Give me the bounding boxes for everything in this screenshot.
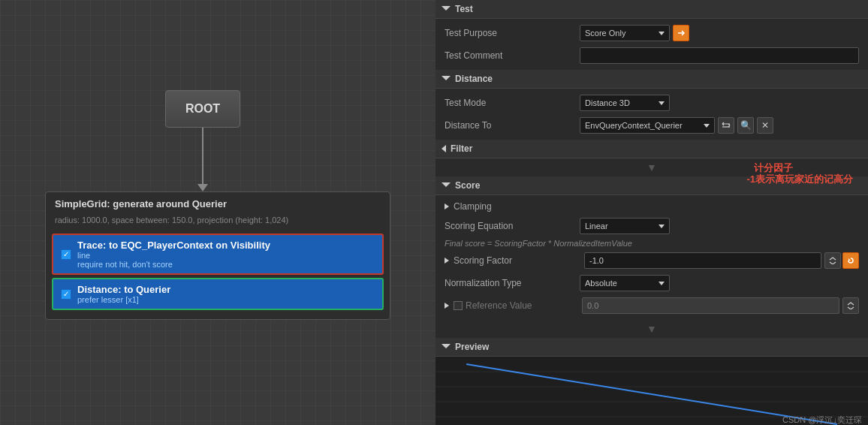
root-node[interactable]: ROOT bbox=[165, 90, 240, 128]
preview-section-label: Preview bbox=[455, 342, 489, 352]
root-label: ROOT bbox=[185, 102, 220, 116]
trace-title: Trace: to EQC_PlayerContext on Visibilit… bbox=[77, 240, 270, 251]
scoring-equation-dropdown-value: Linear bbox=[585, 222, 608, 231]
scoring-factor-expand-btn[interactable] bbox=[824, 252, 841, 269]
test-comment-input[interactable] bbox=[580, 47, 859, 64]
test-purpose-icon-btn[interactable] bbox=[673, 25, 689, 41]
normalization-type-dropdown-value: Absolute bbox=[585, 279, 617, 288]
distance-section-header[interactable]: Distance bbox=[436, 70, 868, 89]
clamping-row: Clamping bbox=[436, 198, 868, 215]
formula-text: Final score = ScoringFactor * Normalized… bbox=[436, 237, 868, 249]
right-panel: Test Test Purpose Score Only bbox=[436, 0, 868, 425]
distance-to-arrow-btn[interactable] bbox=[718, 117, 734, 134]
watermark: CSDN @浮沉↓奕迁琛 bbox=[782, 414, 862, 425]
node-subtitle: radius: 1000.0, space between: 150.0, pr… bbox=[46, 216, 390, 231]
distance-to-label: Distance To bbox=[445, 120, 580, 131]
reference-value-expand-btn[interactable] bbox=[842, 297, 859, 314]
test-mode-dropdown-value: Distance 3D bbox=[585, 98, 630, 107]
expand-ref-icon bbox=[847, 302, 854, 309]
scoring-equation-dropdown[interactable]: Linear bbox=[580, 218, 670, 234]
distance-to-row: Distance To EnvQueryContext_Querier 🔍 ✕ bbox=[436, 114, 868, 137]
test-comment-row: Test Comment bbox=[436, 44, 868, 67]
trace-sub2-text: require not hit, don't score bbox=[77, 260, 173, 269]
test-purpose-dropdown-value: Score Only bbox=[585, 29, 625, 38]
scoring-factor-row: Scoring Factor // Set value after DOM re… bbox=[436, 249, 868, 272]
connector-line bbox=[202, 128, 203, 188]
test-section-content: Test Purpose Score Only bbox=[436, 19, 868, 70]
distance-sub: prefer lesser [x1] bbox=[77, 295, 170, 304]
filter-section-label: Filter bbox=[451, 143, 472, 154]
reset-icon bbox=[847, 257, 854, 264]
distance-content: Distance: to Querier prefer lesser [x1] bbox=[77, 284, 170, 304]
expand-icon bbox=[829, 257, 836, 264]
filter-section-header[interactable]: Filter bbox=[436, 140, 868, 158]
scoring-equation-label: Scoring Equation bbox=[445, 221, 580, 231]
test-comment-label: Test Comment bbox=[445, 50, 580, 61]
simplegrid-header: SimpleGrid: generate around Querier bbox=[46, 192, 390, 216]
normalization-type-dropdown[interactable]: Absolute bbox=[580, 275, 670, 291]
preview-triangle-icon bbox=[442, 344, 451, 352]
preview-canvas: CSDN @浮沉↓奕迁琛 bbox=[436, 357, 868, 425]
ref-value-triangle-icon bbox=[445, 303, 449, 309]
scoring-equation-row: Scoring Equation Linear bbox=[436, 215, 868, 237]
score-triangle-icon bbox=[442, 182, 451, 191]
score-arrow-down: ▼ bbox=[436, 320, 868, 338]
distance-to-dropdown-value: EnvQueryContext_Querier bbox=[585, 121, 683, 130]
normalization-type-label: Normalization Type bbox=[445, 278, 580, 288]
distance-section-label: Distance bbox=[455, 74, 493, 84]
simplegrid-node: SimpleGrid: generate around Querier radi… bbox=[45, 191, 390, 320]
test-purpose-value: Score Only bbox=[580, 25, 859, 41]
left-panel: ROOT SimpleGrid: generate around Querier… bbox=[0, 0, 436, 425]
annotation2-text: -1表示离玩家近的记高分 bbox=[746, 173, 853, 185]
test-purpose-dropdown-arrow bbox=[659, 32, 665, 35]
distance-to-search-btn[interactable]: 🔍 bbox=[737, 117, 754, 134]
annotation-score-2: -1表示离玩家近的记高分 bbox=[746, 173, 853, 186]
reference-value-label: Reference Value bbox=[466, 300, 582, 311]
test-triangle-icon bbox=[442, 6, 451, 14]
distance-to-dropdown[interactable]: EnvQueryContext_Querier bbox=[580, 117, 715, 134]
distance-title: Distance: to Querier bbox=[77, 284, 170, 295]
distance-section-content: Test Mode Distance 3D Distance To EnvQue… bbox=[436, 89, 868, 140]
ref-value-checkbox[interactable] bbox=[454, 301, 463, 310]
trace-content: Trace: to EQC_PlayerContext on Visibilit… bbox=[77, 240, 270, 269]
scoring-factor-expand-icon bbox=[445, 258, 449, 264]
distance-checkbox[interactable]: ✓ bbox=[61, 289, 71, 300]
normalization-type-row: Normalization Type Absolute bbox=[436, 272, 868, 294]
distance-to-value: EnvQueryContext_Querier 🔍 ✕ bbox=[580, 117, 859, 134]
clamping-label: Clamping bbox=[454, 201, 492, 212]
scoring-equation-value: Linear bbox=[580, 218, 859, 234]
trace-node-item[interactable]: ✓ Trace: to EQC_PlayerContext on Visibil… bbox=[52, 234, 384, 275]
node-title: SimpleGrid: generate around Querier bbox=[55, 198, 227, 209]
scoring-factor-input[interactable] bbox=[584, 252, 821, 269]
distance-triangle-icon bbox=[442, 76, 451, 84]
test-mode-row: Test Mode Distance 3D bbox=[436, 92, 868, 114]
preview-section-header[interactable]: Preview bbox=[436, 338, 868, 357]
arrow-left-right-icon bbox=[722, 122, 731, 129]
score-section-content: Clamping Scoring Equation Linear Final s… bbox=[436, 195, 868, 320]
test-purpose-dropdown[interactable]: Score Only bbox=[580, 25, 670, 41]
test-purpose-row: Test Purpose Score Only bbox=[436, 22, 868, 44]
annotation1-text: 计分因子 bbox=[754, 162, 793, 173]
scoring-factor-orange-btn[interactable] bbox=[842, 252, 859, 269]
test-mode-dropdown-arrow bbox=[659, 101, 665, 105]
scoring-factor-label: Scoring Factor bbox=[454, 255, 584, 266]
connector-arrow bbox=[197, 184, 208, 191]
test-mode-label: Test Mode bbox=[445, 98, 580, 108]
test-comment-value-container bbox=[580, 47, 859, 64]
arrow-icon bbox=[677, 29, 686, 38]
score-section-label: Score bbox=[455, 180, 480, 191]
clamping-triangle-icon bbox=[445, 203, 449, 209]
trace-checkbox[interactable]: ✓ bbox=[61, 249, 71, 260]
test-section-label: Test bbox=[455, 4, 473, 14]
test-purpose-label: Test Purpose bbox=[445, 28, 580, 38]
scoring-equation-dropdown-arrow bbox=[659, 225, 665, 228]
normalization-type-dropdown-arrow bbox=[659, 282, 665, 285]
test-mode-value: Distance 3D bbox=[580, 95, 859, 111]
reference-value-input[interactable] bbox=[582, 297, 839, 314]
test-section-header[interactable]: Test bbox=[436, 0, 868, 19]
distance-node-item[interactable]: ✓ Distance: to Querier prefer lesser [x1… bbox=[52, 278, 384, 310]
distance-to-clear-btn[interactable]: ✕ bbox=[757, 117, 773, 134]
trace-sub1: line require not hit, don't score bbox=[77, 251, 270, 269]
distance-to-dropdown-arrow bbox=[704, 124, 710, 128]
test-mode-dropdown[interactable]: Distance 3D bbox=[580, 95, 670, 111]
